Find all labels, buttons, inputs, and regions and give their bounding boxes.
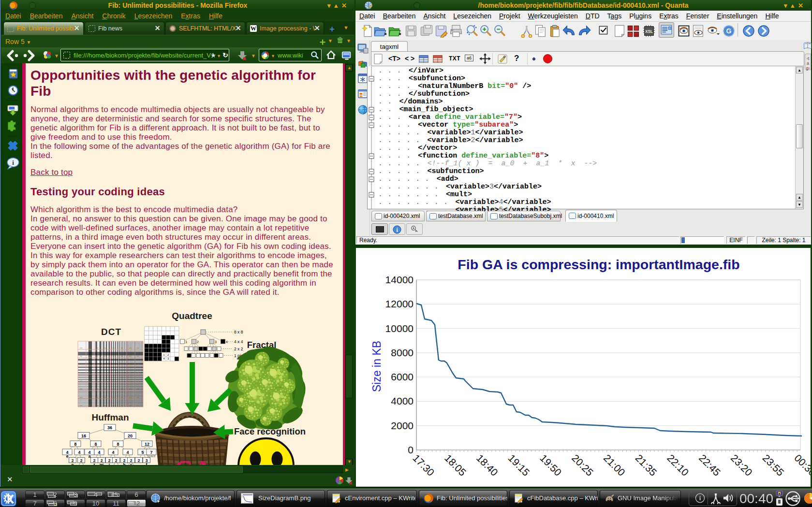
svg-text:2: 2: [108, 458, 111, 463]
svg-text:8: 8: [117, 442, 119, 447]
svg-text:4: 4: [112, 450, 114, 455]
svg-text:8 x 8: 8 x 8: [234, 330, 243, 334]
svg-text:2: 2: [115, 458, 118, 463]
svg-text:G: G: [726, 27, 732, 35]
svg-text:e: e: [66, 454, 69, 459]
svg-text:2: 2: [101, 458, 103, 463]
svg-text:i: i: [699, 495, 701, 502]
svg-text:Quadtree: Quadtree: [172, 311, 212, 321]
svg-text:2: 2: [80, 458, 83, 463]
svg-text:3: 3: [167, 357, 169, 360]
svg-text:0: 0: [408, 444, 413, 455]
svg-text:12000: 12000: [385, 298, 413, 309]
svg-text:16: 16: [81, 434, 86, 438]
svg-text:Face recognition: Face recognition: [234, 426, 306, 436]
svg-text:4: 4: [88, 450, 90, 455]
svg-text:2: 2: [197, 340, 199, 344]
svg-text:1: 1: [163, 353, 165, 356]
svg-text:2: 2: [130, 458, 133, 463]
svg-text:4: 4: [66, 450, 68, 455]
svg-text:4 x 4: 4 x 4: [234, 339, 243, 344]
svg-text:2: 2: [138, 458, 140, 463]
svg-text:2: 2: [93, 458, 96, 463]
svg-text:Huffman: Huffman: [91, 412, 129, 422]
svg-text:3: 3: [215, 340, 217, 344]
svg-text:00:40: 00:40: [739, 491, 773, 506]
svg-text:2000: 2000: [391, 420, 413, 431]
svg-text:20: 20: [128, 434, 133, 438]
svg-text:8000: 8000: [391, 347, 413, 358]
svg-text:2 x 2: 2 x 2: [234, 347, 243, 351]
svg-text:GA: GA: [174, 456, 212, 465]
svg-text:8: 8: [74, 442, 76, 447]
svg-text:4: 4: [163, 357, 165, 360]
svg-text:DCT: DCT: [101, 327, 121, 337]
svg-text:XSL: XSL: [645, 29, 653, 34]
svg-text:12: 12: [145, 442, 149, 447]
svg-text:14000: 14000: [385, 274, 413, 285]
svg-text:Size in KB: Size in KB: [370, 341, 383, 392]
svg-text:8: 8: [94, 442, 97, 447]
svg-text:7: 7: [150, 450, 152, 455]
svg-text:3: 3: [146, 458, 148, 463]
svg-text:i: i: [12, 159, 14, 166]
svg-text:2: 2: [72, 458, 74, 463]
svg-text:4000: 4000: [391, 395, 413, 406]
svg-text:4: 4: [78, 450, 80, 455]
svg-text:Fib GA is compressing: importa: Fib GA is compressing: importantImage.fi…: [458, 257, 739, 272]
svg-text:Fractal: Fractal: [247, 340, 277, 350]
svg-text:2: 2: [123, 458, 126, 463]
svg-text:4: 4: [226, 340, 228, 344]
svg-text:a: a: [89, 454, 91, 459]
svg-text:36: 36: [107, 425, 112, 430]
svg-text:1: 1: [185, 340, 187, 344]
svg-text:4: 4: [126, 450, 129, 455]
svg-text:space: space: [147, 454, 156, 458]
svg-text:4: 4: [98, 450, 100, 455]
svg-text:1 pixel: 1 pixel: [234, 353, 246, 358]
svg-text:5: 5: [141, 450, 144, 455]
svg-text:2: 2: [167, 353, 169, 356]
svg-text:6000: 6000: [391, 371, 413, 382]
svg-text:10000: 10000: [385, 323, 413, 334]
